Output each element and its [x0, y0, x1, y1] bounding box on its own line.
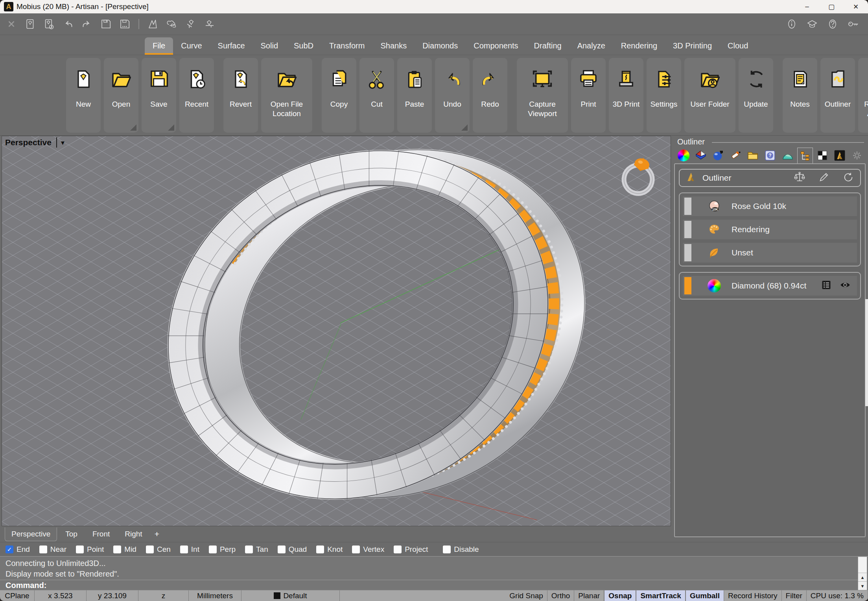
- scroll-up-button[interactable]: ▲: [858, 573, 867, 581]
- status-y-23-109[interactable]: y 23.109: [87, 590, 138, 601]
- ribbon-tab-components[interactable]: Components: [466, 37, 526, 55]
- osnap-near[interactable]: Near: [39, 545, 66, 554]
- ribbon-tab-file[interactable]: File: [145, 37, 173, 55]
- status-millimeters[interactable]: Millimeters: [189, 590, 241, 601]
- 3d-print-button[interactable]: 3D Print: [609, 58, 643, 133]
- status-gumball[interactable]: Gumball: [686, 590, 724, 601]
- ribbon-tab-shanks[interactable]: Shanks: [372, 37, 415, 55]
- flyout-corner-icon[interactable]: [168, 124, 174, 131]
- viewport-canvas[interactable]: [2, 136, 671, 526]
- command-prompt[interactable]: Command:: [6, 581, 46, 590]
- status-grid-snap[interactable]: Grid Snap: [505, 590, 547, 601]
- help-icon[interactable]: [826, 18, 839, 30]
- checkbox[interactable]: [113, 546, 121, 553]
- material-sphere-tab-icon[interactable]: [710, 148, 726, 163]
- minimize-button[interactable]: –: [795, 0, 819, 13]
- outliner-row[interactable]: Unset: [683, 243, 857, 263]
- open-button[interactable]: Open: [104, 58, 138, 133]
- user-folder-button[interactable]: User Folder: [684, 58, 735, 133]
- flyout-corner-icon[interactable]: [461, 124, 468, 131]
- gem-level-icon[interactable]: [203, 17, 216, 31]
- gem-extract-icon[interactable]: [184, 17, 197, 31]
- perspective-viewport[interactable]: Perspective ▼: [2, 136, 671, 526]
- outliner-button[interactable]: Outliner: [820, 58, 855, 133]
- ribbon-tab-surface[interactable]: Surface: [210, 37, 253, 55]
- viewport-tab-right[interactable]: Right: [118, 527, 149, 541]
- checkbox[interactable]: ✓: [6, 546, 13, 553]
- save-incremental-icon[interactable]: [118, 17, 131, 31]
- update-button[interactable]: Update: [739, 58, 773, 133]
- checkbox[interactable]: [443, 546, 451, 553]
- checkbox[interactable]: [39, 546, 47, 553]
- osnap-knot[interactable]: Knot: [316, 545, 343, 554]
- osnap-tan[interactable]: Tan: [245, 545, 268, 554]
- render-and-animation-button[interactable]: Render and Animation: [858, 58, 868, 133]
- close-x-icon[interactable]: [5, 17, 18, 31]
- capture-viewport-button[interactable]: Capture Viewport: [517, 58, 568, 133]
- scroll-down-button[interactable]: ▼: [858, 581, 867, 590]
- ribbon-tab-drafting[interactable]: Drafting: [526, 37, 569, 55]
- copy-button[interactable]: Copy: [322, 58, 356, 133]
- undo-icon[interactable]: [61, 17, 75, 31]
- flyout-corner-icon[interactable]: [130, 124, 136, 131]
- outliner-scrollbar[interactable]: [865, 299, 868, 406]
- ribbon-tab-cloud[interactable]: Cloud: [720, 37, 756, 55]
- checkbox[interactable]: [394, 546, 402, 553]
- pencil-icon[interactable]: [818, 171, 830, 185]
- osnap-int[interactable]: Int: [180, 545, 199, 554]
- new-button[interactable]: New: [66, 58, 101, 133]
- checkbox[interactable]: [209, 546, 217, 553]
- checkbox[interactable]: [180, 546, 188, 553]
- status-osnap[interactable]: Osnap: [604, 590, 636, 601]
- checkbox[interactable]: [76, 546, 84, 553]
- recent-file-icon[interactable]: [42, 17, 56, 31]
- recent-button[interactable]: Recent: [179, 58, 214, 133]
- viewport-title[interactable]: Perspective ▼: [5, 137, 66, 148]
- osnap-mid[interactable]: Mid: [113, 545, 136, 554]
- viewport-tab-front[interactable]: Front: [86, 527, 116, 541]
- notes-button[interactable]: Notes: [783, 58, 817, 133]
- ribbon-tab-3d-printing[interactable]: 3D Printing: [665, 37, 720, 55]
- info-icon[interactable]: [785, 18, 798, 30]
- outliner-row[interactable]: Rendering: [683, 220, 857, 239]
- license-key-icon[interactable]: [847, 18, 859, 30]
- ribbon-tab-curve[interactable]: Curve: [173, 37, 210, 55]
- revert-button[interactable]: Revert: [223, 58, 258, 133]
- status-z[interactable]: z: [138, 590, 189, 601]
- environment-tab-icon[interactable]: [780, 148, 796, 163]
- redo-icon[interactable]: [80, 17, 94, 31]
- checkbox[interactable]: [352, 546, 360, 553]
- status-x-3-523[interactable]: x 3.523: [35, 590, 87, 601]
- osnap-disable[interactable]: Disable: [443, 545, 479, 554]
- ribbon-tab-solid[interactable]: Solid: [253, 37, 286, 55]
- viewport-tab-perspective[interactable]: Perspective: [5, 527, 57, 541]
- list-icon[interactable]: [821, 279, 832, 292]
- viewport-tab-top[interactable]: Top: [59, 527, 84, 541]
- learn-icon[interactable]: [806, 18, 818, 30]
- checkbox[interactable]: [278, 546, 286, 553]
- outliner-row[interactable]: Diamond (68) 0.94ct: [683, 276, 857, 296]
- status-record-history[interactable]: Record History: [724, 590, 782, 601]
- status-ortho[interactable]: Ortho: [547, 590, 575, 601]
- osnap-quad[interactable]: Quad: [278, 545, 307, 554]
- clouds-icon[interactable]: [165, 17, 179, 31]
- paint-tube-tab-icon[interactable]: [728, 148, 743, 163]
- osnap-cen[interactable]: Cen: [146, 545, 171, 554]
- sketch-icon[interactable]: [146, 17, 160, 31]
- new-file-icon[interactable]: [24, 17, 37, 31]
- status-cplane[interactable]: CPlane: [0, 590, 35, 601]
- status-filter[interactable]: Filter: [782, 590, 807, 601]
- save-button[interactable]: Save: [142, 58, 176, 133]
- save-icon[interactable]: [99, 17, 112, 31]
- layers-pie-tab-icon[interactable]: [693, 148, 709, 163]
- help-box-tab-icon[interactable]: ?: [762, 148, 778, 163]
- checkbox[interactable]: [245, 546, 253, 553]
- add-viewport-button[interactable]: +: [151, 529, 163, 539]
- maximize-button[interactable]: ▢: [819, 0, 844, 13]
- undo-button[interactable]: Undo: [435, 58, 470, 133]
- color-wheel-tab-icon[interactable]: [676, 148, 691, 163]
- status-smarttrack[interactable]: SmartTrack: [636, 590, 686, 601]
- ribbon-tab-analyze[interactable]: Analyze: [569, 37, 613, 55]
- gear-tab-icon[interactable]: [849, 148, 865, 163]
- osnap-point[interactable]: Point: [76, 545, 104, 554]
